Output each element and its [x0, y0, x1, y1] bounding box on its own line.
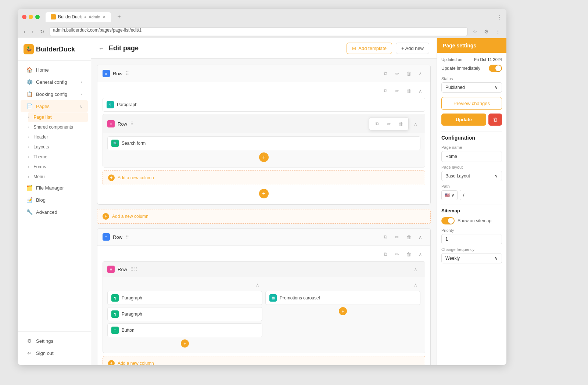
tab-close-button[interactable]: ✕ [103, 15, 106, 19]
row-2-inner-edit[interactable]: ✏ [392, 249, 402, 259]
status-select[interactable]: Published ∨ [441, 82, 502, 93]
row-2-collapse-button[interactable]: ∧ [416, 232, 425, 242]
add-new-button[interactable]: + Add new [396, 43, 429, 54]
row-1-body: ⧉ ✏ 🗑 ∧ ¶ Paragraph [97, 82, 430, 204]
preview-changes-button[interactable]: Preview changes [441, 97, 502, 110]
sidebar-item-shared-components[interactable]: › Shared components [28, 122, 88, 132]
row-2-drag-handle[interactable]: ⠿ [125, 234, 129, 240]
search-form-item: 🔍 Search form [107, 136, 420, 150]
signout-icon: ↩ [26, 350, 32, 356]
updated-on-value: Fri Oct 11 2024 [474, 57, 502, 62]
inner-row-2-collapse[interactable]: ∧ [411, 265, 420, 274]
bookmark-button[interactable]: ☆ [471, 28, 479, 35]
sidebar-item-general-config[interactable]: ⚙️ General config › [21, 76, 88, 88]
right-col-add-plus[interactable]: + [339, 307, 347, 315]
menu-chevron: › [28, 175, 29, 179]
floating-edit[interactable]: ✏ [384, 119, 394, 129]
page-layout-select[interactable]: Base Layout ∨ [441, 171, 502, 181]
inner-row-2-header: ≡ Row ⠿⠿ ∧ [103, 262, 425, 277]
sidebar-item-header[interactable]: › Header [28, 132, 88, 142]
row-2-inner-copy[interactable]: ⧉ [380, 249, 390, 259]
sidebar-item-page-list[interactable]: › Page list [28, 112, 88, 122]
maximize-dot[interactable] [35, 15, 40, 19]
sidebar-item-file-manager[interactable]: 🗂️ File Manager [21, 182, 88, 194]
sidebar-item-booking-config[interactable]: 📋 Booking config › [21, 88, 88, 100]
address-bar[interactable]: admin.builderduck.com/pages/page-list/ed… [50, 27, 467, 36]
paragraph-label-1: Paragraph [117, 102, 137, 107]
inner-row-1-actions: ⧉ ✏ 🗑 ∧ [369, 117, 420, 130]
row-2-edit-button[interactable]: ✏ [392, 232, 402, 242]
priority-input[interactable] [441, 234, 502, 244]
forms-chevron: › [28, 165, 29, 169]
sidebar-item-home[interactable]: 🏠 Home [21, 64, 88, 76]
reload-button[interactable]: ↻ [39, 28, 46, 35]
minimize-dot[interactable] [29, 15, 33, 19]
sidebar-item-layouts[interactable]: › Layouts [28, 142, 88, 152]
row-2-inner-delete[interactable]: 🗑 [404, 249, 413, 259]
add-row-plus-1[interactable]: + [259, 189, 269, 198]
row-1-delete-button[interactable]: 🗑 [404, 69, 413, 78]
button-badge: □ [111, 327, 119, 334]
row-1-inner-collapse[interactable]: ∧ [416, 86, 425, 96]
row-1-drag-handle[interactable]: ⠿ [125, 71, 129, 76]
back-button[interactable]: ← [98, 45, 104, 52]
sidebar-item-menu[interactable]: › Menu [28, 172, 88, 181]
sidebar-item-blog[interactable]: 📝 Blog [21, 194, 88, 206]
row-1-copy-button[interactable]: ⧉ [380, 69, 390, 78]
page-layout-label: Page layout [441, 165, 502, 169]
add-item-plus-1[interactable]: + [259, 152, 269, 162]
add-template-button[interactable]: ⊞ Add template [347, 43, 392, 54]
extensions-button[interactable]: ⚙ [483, 28, 490, 35]
path-input[interactable] [460, 190, 506, 200]
inner-row-1-drag[interactable]: ⠿ [130, 121, 134, 127]
left-col-collapse[interactable]: ∧ [253, 280, 262, 289]
new-tab-button[interactable]: + [114, 11, 125, 22]
row-1-edit-button[interactable]: ✏ [392, 69, 402, 78]
row-2-inner-collapse[interactable]: ∧ [416, 249, 425, 259]
row-2-label: Row [113, 234, 122, 240]
page-name-input[interactable] [441, 151, 502, 162]
browser-tab[interactable]: BuilderDuck ● Admin ✕ [46, 12, 111, 22]
sidebar-item-forms[interactable]: › Forms [28, 162, 88, 172]
delete-button[interactable]: 🗑 [488, 114, 502, 126]
paragraph-item-2: ¶ Paragraph [107, 291, 262, 305]
show-on-sitemap-label: Show on sitemap [458, 218, 491, 223]
blog-icon: 📝 [26, 197, 32, 203]
update-delete-row: Update 🗑 [441, 114, 502, 126]
sitemap-toggle[interactable] [441, 217, 455, 224]
theme-label: Theme [33, 154, 47, 159]
path-flag-button[interactable]: 🇺🇸 ∨ [441, 190, 458, 200]
update-immediately-toggle[interactable] [489, 65, 502, 72]
row-1-inner-delete[interactable]: 🗑 [404, 86, 413, 96]
row-1-inner-copy[interactable]: ⧉ [380, 86, 390, 96]
close-dot[interactable] [22, 15, 26, 19]
back-button[interactable]: ‹ [22, 28, 27, 35]
add-column-btn-1[interactable]: + Add a new column [103, 170, 425, 185]
update-button[interactable]: Update [441, 114, 486, 126]
sidebar-item-advanced[interactable]: 🔧 Advanced [21, 206, 88, 218]
pages-chevron: ∧ [79, 104, 82, 108]
row-2-copy-button[interactable]: ⧉ [380, 232, 390, 242]
add-column-between[interactable]: + Add a new column [97, 209, 431, 224]
floating-delete[interactable]: 🗑 [396, 119, 405, 129]
row-2-delete-button[interactable]: 🗑 [404, 232, 413, 242]
inner-row-1: ≡ Row ⠿ ⧉ ✏ 🗑 ∧ [103, 114, 425, 168]
browser-menu-button[interactable]: ⋮ [497, 14, 502, 20]
floating-copy[interactable]: ⧉ [372, 119, 382, 129]
browser-options-button[interactable]: ⋮ [494, 28, 502, 35]
sidebar-item-pages[interactable]: 📄 Pages ∧ [21, 100, 88, 112]
change-freq-select[interactable]: Weekly ∨ [441, 253, 502, 263]
sidebar-item-signout[interactable]: ↩ Sign out [21, 347, 88, 359]
inner-row-1-collapse[interactable]: ∧ [411, 119, 420, 129]
row-1-collapse-button[interactable]: ∧ [416, 69, 425, 78]
forward-button[interactable]: › [31, 28, 35, 35]
updated-on-label: Updated on [441, 57, 462, 62]
sidebar-item-settings[interactable]: ⚙ Settings [21, 335, 88, 347]
sidebar-item-theme[interactable]: › Theme [28, 152, 88, 162]
add-column-btn-2[interactable]: + Add a new column [103, 356, 425, 365]
inner-row-2-drag[interactable]: ⠿⠿ [130, 266, 137, 272]
right-col-collapse[interactable]: ∧ [411, 280, 420, 289]
row-1-inner-edit[interactable]: ✏ [392, 86, 402, 96]
left-col-add-plus[interactable]: + [181, 339, 189, 348]
two-column-layout: ∧ ¶ Paragraph ¶ Paragraph [107, 280, 420, 350]
